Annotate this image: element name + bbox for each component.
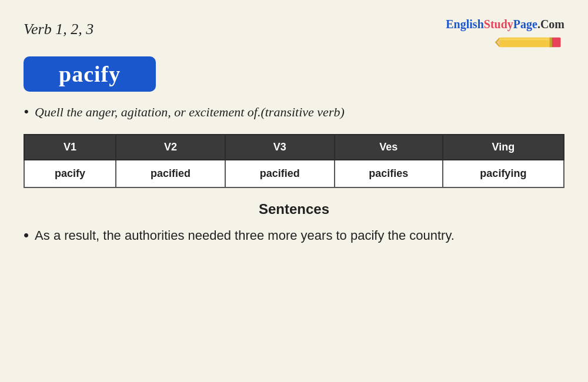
brand-com: .Com — [537, 18, 564, 31]
svg-rect-2 — [550, 38, 552, 48]
pencil-svg — [494, 33, 564, 51]
page-container: Verb 1, 2, 3 EnglishStudyPage.Com — [0, 0, 588, 382]
sentence-text: As a result, the authorities needed thre… — [35, 226, 455, 245]
word-badge-container: pacify — [24, 56, 564, 92]
brand-english: English — [446, 18, 483, 31]
brand-page: Page — [513, 18, 537, 31]
word-badge: pacify — [24, 56, 156, 92]
table-header-v2: V2 — [116, 135, 225, 160]
table-header-ving: Ving — [443, 135, 564, 160]
top-row: Verb 1, 2, 3 EnglishStudyPage.Com — [24, 18, 564, 51]
sentence-bullet: • — [24, 226, 29, 246]
svg-rect-1 — [551, 38, 561, 48]
verb-label: Verb 1, 2, 3 — [24, 18, 93, 38]
sentence-item: • As a result, the authorities needed th… — [24, 226, 564, 246]
definition: • Quell the anger, agitation, or excitem… — [24, 102, 564, 122]
brand-area: EnglishStudyPage.Com — [446, 18, 564, 51]
table-cell-ving: pacifying — [443, 160, 564, 187]
table-row: pacify pacified pacified pacifies pacify… — [24, 160, 564, 187]
pencil-icon — [494, 34, 564, 51]
table-header-v3: V3 — [225, 135, 335, 160]
sentences-heading: Sentences — [24, 201, 564, 217]
table-cell-v2: pacified — [116, 160, 225, 187]
table-header-v1: V1 — [24, 135, 116, 160]
definition-text: Quell the anger, agitation, or excitemen… — [35, 102, 345, 122]
verb-table: V1 V2 V3 Ves Ving pacify pacified pacifi… — [24, 134, 564, 188]
table-header-ves: Ves — [335, 135, 443, 160]
table-header-row: V1 V2 V3 Ves Ving — [24, 135, 564, 160]
brand-text: EnglishStudyPage.Com — [446, 18, 564, 31]
definition-bullet: • — [24, 102, 29, 122]
table-cell-ves: pacifies — [335, 160, 443, 187]
table-cell-v3: pacified — [225, 160, 335, 187]
brand-study: Study — [484, 18, 513, 31]
svg-rect-5 — [499, 39, 550, 41]
table-cell-v1: pacify — [24, 160, 116, 187]
